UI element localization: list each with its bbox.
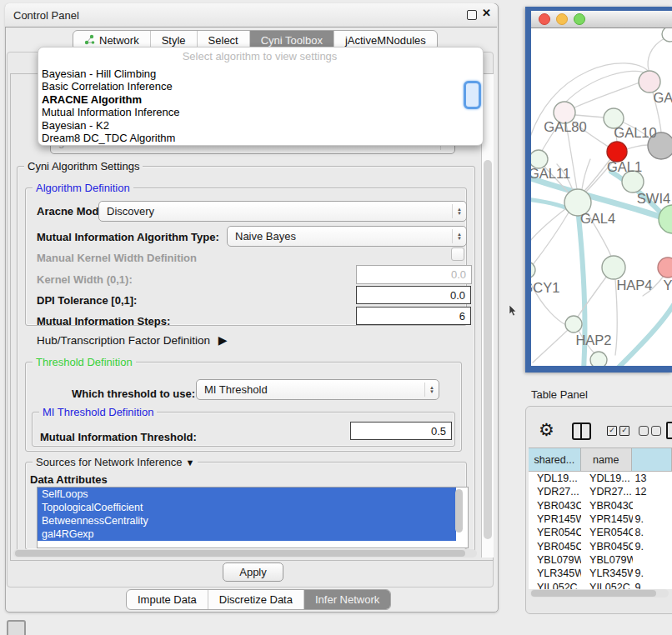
network-edge[interactable]: [574, 80, 646, 108]
data-attributes-label: Data Attributes: [30, 473, 108, 486]
node-label: GAL80: [544, 119, 586, 134]
node-label: Y: [663, 278, 672, 292]
column-header[interactable]: [632, 448, 672, 471]
network-node[interactable]: [531, 262, 535, 278]
table-cell: YER054C: [529, 527, 581, 538]
table-cell: YDL19...: [529, 472, 581, 484]
network-edge[interactable]: [565, 71, 648, 102]
network-icon: [84, 34, 95, 48]
network-node[interactable]: [602, 256, 625, 279]
network-edge[interactable]: [575, 115, 604, 118]
mi-threshold-field[interactable]: 0.5: [350, 422, 452, 440]
close-icon[interactable]: ✕: [482, 7, 491, 19]
tab-label: Cyni Toolbox: [261, 34, 323, 47]
collapse-down-icon[interactable]: ▼: [186, 458, 195, 468]
mi-steps-field[interactable]: 6: [356, 307, 471, 325]
settings-vscrollbar-thumb[interactable]: [484, 160, 492, 539]
aracne-mode-combo[interactable]: Discovery ▲▼: [98, 201, 467, 222]
algorithm-option[interactable]: ARACNE Algorithm: [40, 93, 474, 106]
network-node[interactable]: [662, 28, 672, 42]
sources-title-text: Sources for Network Inference: [36, 456, 183, 468]
algorithm-option[interactable]: Bayesian - K2: [40, 119, 474, 132]
minimize-traffic-icon[interactable]: [556, 13, 568, 25]
mi-threshold-label: Mutual Information Threshold:: [40, 431, 197, 443]
tab-label: Select: [208, 34, 238, 47]
table-hscrollbar[interactable]: [530, 589, 669, 598]
close-traffic-icon[interactable]: [539, 13, 550, 25]
node-label: GCY1: [531, 280, 559, 295]
attribute-item[interactable]: gal4RGexp: [38, 528, 456, 541]
column-header[interactable]: shared...: [529, 448, 581, 471]
settings-hscrollbar[interactable]: [13, 549, 477, 558]
data-attributes-list[interactable]: SelfLoopsTopologicalCoefficientBetweenne…: [37, 487, 469, 548]
tab-discretize-data[interactable]: Discretize Data: [208, 590, 304, 609]
network-node[interactable]: [658, 258, 672, 278]
tab-label: Network: [99, 34, 139, 47]
node-label: GAL11: [531, 166, 570, 181]
deselect-all-checkboxes-icon[interactable]: [639, 426, 661, 436]
network-edge[interactable]: [648, 38, 664, 70]
node-label: GAL4: [580, 211, 615, 226]
table-hscrollbar-thumb[interactable]: [531, 590, 656, 597]
kernel-width-field[interactable]: 0.0: [356, 265, 472, 284]
table-row[interactable]: YBR043CYBR043C: [529, 499, 672, 512]
network-canvas[interactable]: GALGAL80GAL10GAL1GAL11SWI4GAL4GCY1HAP4YH…: [531, 28, 672, 366]
table-row[interactable]: YDL19...YDL19...13: [529, 472, 672, 485]
network-edge[interactable]: [533, 330, 568, 362]
network-edge[interactable]: [627, 145, 648, 149]
table-cell: 9.: [633, 513, 672, 525]
table-row[interactable]: YLR345WYLR345W9.: [529, 567, 672, 580]
minimized-panel-icon[interactable]: [7, 620, 26, 635]
combo-stepper-icon: ▲▼: [452, 204, 466, 218]
algorithm-option[interactable]: Basic Correlation Inference: [40, 80, 474, 92]
table-row[interactable]: YBL079WYBL079W: [529, 553, 672, 567]
network-graph[interactable]: GALGAL80GAL10GAL1GAL11SWI4GAL4GCY1HAP4YH…: [531, 28, 672, 366]
focused-combo-fragment[interactable]: [464, 81, 481, 109]
table-cell: YBR043C: [581, 500, 632, 512]
settings-hscrollbar-thumb[interactable]: [15, 550, 465, 557]
table-row[interactable]: YBR045CYBR045C9.: [529, 539, 672, 552]
table-row[interactable]: YER054CYER054C8.: [529, 526, 672, 539]
network-node[interactable]: [565, 316, 582, 332]
network-edge[interactable]: [582, 159, 590, 189]
gear-icon[interactable]: ⚙: [539, 420, 554, 440]
manual-kernel-width-label: Manual Kernel Width Definition: [37, 252, 197, 264]
which-threshold-label: Which threshold to use:: [72, 388, 195, 400]
column-header[interactable]: name: [581, 448, 632, 471]
network-edge[interactable]: [613, 303, 672, 366]
attribute-item[interactable]: SelfLoops: [38, 488, 456, 501]
network-node[interactable]: [590, 352, 607, 366]
algorithm-option[interactable]: Bayesian - Hill Climbing: [40, 68, 474, 80]
algorithm-option[interactable]: Dream8 DC_TDC Algorithm: [40, 132, 474, 144]
select-all-checkboxes-icon[interactable]: ✓✓: [607, 426, 629, 436]
attribute-item[interactable]: BetweennessCentrality: [38, 514, 456, 528]
attr-list-scrollbar[interactable]: [455, 489, 463, 532]
algorithm-option[interactable]: Mutual Information Inference: [40, 106, 474, 118]
which-threshold-combo[interactable]: MI Threshold ▲▼: [196, 379, 439, 400]
table-cell: YDR27...: [529, 486, 581, 498]
tab-impute-data[interactable]: Impute Data: [127, 590, 208, 609]
table-row[interactable]: YIL052CYIL052C9.: [529, 580, 672, 589]
hub-definition-toggle[interactable]: Hub/Transcription Factor Definition ▶: [37, 333, 228, 347]
zoom-traffic-icon[interactable]: [574, 13, 585, 25]
table-cell: 13: [633, 472, 672, 484]
settings-vscrollbar[interactable]: [481, 74, 494, 558]
attribute-item[interactable]: TopologicalCoefficient: [38, 501, 456, 514]
float-panel-icon[interactable]: [467, 10, 477, 20]
apply-button[interactable]: Apply: [223, 562, 283, 582]
mouse-cursor: [509, 305, 518, 318]
table-cell: YBR043C: [529, 500, 581, 512]
tab-label: Style: [162, 34, 186, 47]
table-cell: YBR045C: [529, 541, 581, 552]
node-table[interactable]: shared...nameYDL19...YDL19...13YDR27...Y…: [529, 448, 672, 589]
dpi-tolerance-field[interactable]: 0.0: [356, 286, 471, 304]
tab-label: jActiveMNodules: [345, 34, 426, 47]
table-row[interactable]: YDR27...YDR27...12: [529, 485, 672, 498]
column-layout-icon[interactable]: [572, 422, 591, 440]
table-row[interactable]: YPR145WYPR145W9.: [529, 512, 672, 526]
manual-kernel-width-checkbox[interactable]: [451, 248, 464, 261]
network-window-titlebar[interactable]: [531, 11, 672, 28]
mi-algorithm-type-combo[interactable]: Naive Bayes ▲▼: [227, 226, 467, 247]
tab-infer-network[interactable]: Infer Network: [304, 590, 390, 609]
new-table-icon[interactable]: [666, 422, 672, 439]
